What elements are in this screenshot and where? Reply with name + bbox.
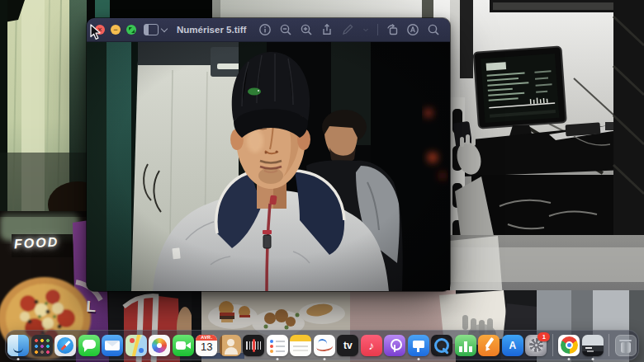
calendar-day: 13 xyxy=(196,341,217,353)
quicktime-icon xyxy=(431,335,452,356)
chrome-icon xyxy=(558,335,580,356)
launchpad-icon xyxy=(31,335,53,356)
voice-memos-icon xyxy=(243,335,264,356)
notification-badge: 1 xyxy=(537,332,550,341)
facetime-icon xyxy=(173,335,194,356)
wallpaper-left-green-wall xyxy=(0,0,87,214)
pages-icon xyxy=(478,335,500,356)
running-indicator xyxy=(417,358,419,360)
rotate-left-icon[interactable] xyxy=(386,23,399,36)
fullscreen-button[interactable] xyxy=(126,25,136,35)
freeform-icon xyxy=(314,335,335,356)
banner-letter: L xyxy=(86,299,97,315)
dock-item-launchpad[interactable] xyxy=(31,335,53,356)
minimize-button[interactable]: − xyxy=(111,25,121,35)
dock-item-voice-memos[interactable] xyxy=(243,335,264,356)
running-indicator xyxy=(568,358,571,360)
app-store-glyph: A xyxy=(502,335,523,356)
app-store-icon: A xyxy=(502,335,523,356)
contacts-icon xyxy=(220,335,241,356)
window-title: Numériser 5.tiff xyxy=(177,25,246,35)
dock-separator xyxy=(608,334,609,356)
dock-item-freeform[interactable] xyxy=(314,335,335,356)
share-icon[interactable] xyxy=(320,23,334,36)
apple-tv-icon: tv xyxy=(337,335,358,356)
sidebar-icon xyxy=(144,24,159,35)
dock-separator xyxy=(552,334,553,356)
music-icon: ♪ xyxy=(361,335,382,356)
finder-icon xyxy=(7,335,29,356)
zoom-out-icon[interactable] xyxy=(279,23,292,36)
calendar-month: AVR. xyxy=(196,335,217,341)
running-indicator xyxy=(276,358,278,360)
music-glyph: ♪ xyxy=(361,335,382,356)
keynote-icon xyxy=(408,335,429,356)
dock-item-notes[interactable] xyxy=(290,335,311,356)
dock-item-preview-thumbnail[interactable] xyxy=(582,335,604,356)
dock-item-messages[interactable] xyxy=(78,335,100,356)
safari-icon xyxy=(54,335,76,356)
preview-thumbnail-icon xyxy=(582,335,604,356)
markup-pencil-icon[interactable] xyxy=(341,23,354,36)
maps-icon xyxy=(125,335,147,356)
dock-item-facetime[interactable] xyxy=(173,335,194,356)
mouse-cursor xyxy=(90,24,102,40)
dock-item-finder[interactable] xyxy=(7,335,29,356)
annotate-icon[interactable] xyxy=(406,23,419,36)
zoom-in-icon[interactable] xyxy=(300,23,313,36)
dock-item-calendar[interactable]: AVR.13 xyxy=(196,335,217,356)
dock-item-safari[interactable] xyxy=(54,335,76,356)
numbers-icon xyxy=(455,335,476,356)
search-icon[interactable] xyxy=(427,23,440,36)
dock-item-trash[interactable] xyxy=(615,335,637,356)
chevron-down-icon xyxy=(161,25,168,31)
running-indicator xyxy=(17,358,20,360)
sidebar-toggle-button[interactable] xyxy=(144,24,167,35)
toolbar-divider xyxy=(377,24,378,35)
dock-item-apple-tv[interactable]: tv xyxy=(337,335,358,356)
dock-item-mail[interactable] xyxy=(102,335,123,356)
info-icon[interactable] xyxy=(258,23,272,36)
dock-item-keynote[interactable] xyxy=(408,335,429,356)
calendar-icon: AVR.13 xyxy=(196,335,217,356)
notes-icon xyxy=(290,335,311,356)
photos-icon xyxy=(149,335,170,356)
preview-window: × − Numériser 5.tiff xyxy=(87,18,450,291)
food-neon-sign: FOOD xyxy=(14,235,59,252)
dock-item-app-store[interactable]: A xyxy=(502,335,523,356)
window-titlebar[interactable]: × − Numériser 5.tiff xyxy=(87,18,450,42)
dock-item-podcasts[interactable] xyxy=(384,335,405,356)
trash-icon xyxy=(615,335,637,356)
running-indicator xyxy=(591,358,594,360)
dock-item-settings[interactable]: 1 xyxy=(525,335,547,356)
mail-icon xyxy=(102,335,123,356)
dock-item-music[interactable]: ♪ xyxy=(361,335,382,356)
running-indicator xyxy=(323,358,325,360)
dock-item-contacts[interactable] xyxy=(220,335,241,356)
dock-item-reminders[interactable] xyxy=(267,335,288,356)
podcasts-icon xyxy=(384,335,405,356)
window-toolbar xyxy=(258,23,450,36)
dock-item-quicktime[interactable] xyxy=(431,335,452,356)
dock-item-pages[interactable] xyxy=(478,335,500,356)
reminders-icon xyxy=(267,335,288,356)
dock-item-photos[interactable] xyxy=(149,335,170,356)
dock: AVR.13tv♪A1 xyxy=(5,330,639,360)
apple-tv-glyph: tv xyxy=(337,335,358,356)
messages-icon xyxy=(78,335,100,356)
dock-item-numbers[interactable] xyxy=(455,335,476,356)
scanned-photo xyxy=(87,42,450,291)
dock-item-maps[interactable] xyxy=(125,335,147,356)
markup-chevron-icon[interactable] xyxy=(362,23,370,36)
dock-item-chrome[interactable] xyxy=(558,335,580,356)
